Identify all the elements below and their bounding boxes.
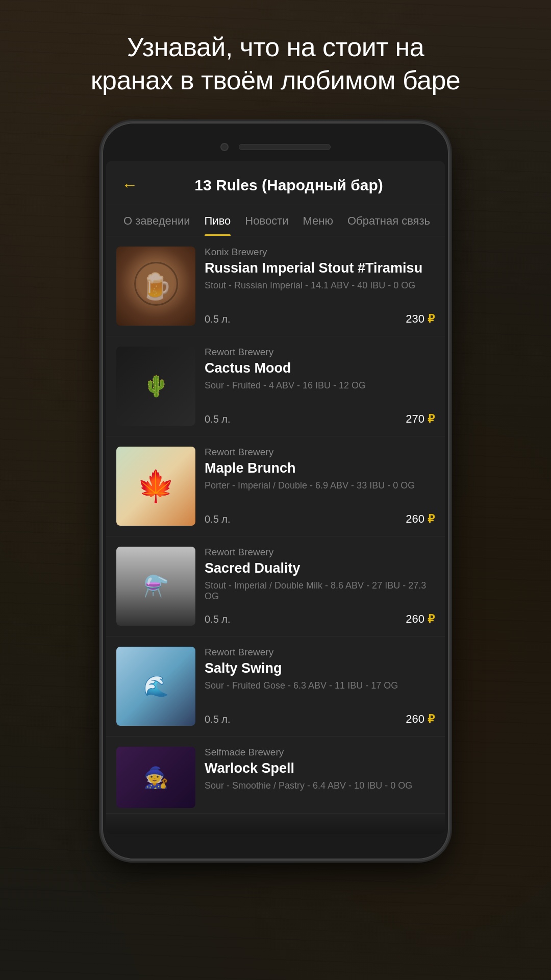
beer-image-salty (116, 647, 195, 726)
beer-brewery-0: Konix Brewery (205, 247, 435, 258)
tabs-bar: О заведении Пиво Новости Меню Обратная с… (106, 205, 445, 236)
beer-style-4: Sour - Fruited Gose - 6.3 ABV - 11 IBU -… (205, 680, 435, 691)
beer-info-warlock: Selfmade Brewery Warlock Spell Sour - Sm… (205, 747, 435, 808)
beer-name-4: Salty Swing (205, 660, 435, 676)
beer-name-5: Warlock Spell (205, 760, 435, 776)
header-line2: кранах в твоём любимом баре (91, 65, 461, 95)
tab-feedback[interactable]: Обратная связь (340, 205, 437, 236)
beer-style-5: Sour - Smoothie / Pastry - 6.4 ABV - 10 … (205, 780, 435, 791)
tab-about[interactable]: О заведении (116, 205, 197, 236)
beer-image-sacred (116, 547, 195, 626)
beer-footer-1: 0.5 л. 270 ₽ (205, 408, 435, 426)
beer-image-tiramisu (116, 247, 195, 326)
beer-image-maple (116, 447, 195, 526)
beer-footer-3: 0.5 л. 260 ₽ (205, 608, 435, 626)
beer-style-3: Stout - Imperial / Double Milk - 8.6 ABV… (205, 580, 435, 602)
phone-screen: ← 13 Rules (Народный бар) О заведении Пи… (106, 161, 445, 834)
beer-price-4: 260 ₽ (406, 713, 435, 726)
beer-item-salty[interactable]: Rewort Brewery Salty Swing Sour - Fruite… (106, 636, 445, 737)
beer-volume-2: 0.5 л. (205, 513, 231, 525)
beer-volume-1: 0.5 л. (205, 413, 231, 425)
beer-price-2: 260 ₽ (406, 512, 435, 526)
beer-name-1: Cactus Mood (205, 360, 435, 376)
beer-item-sacred[interactable]: Rewort Brewery Sacred Duality Stout - Im… (106, 536, 445, 636)
beer-image-cactus (116, 347, 195, 426)
beer-style-1: Sour - Fruited - 4 ABV - 16 IBU - 12 OG (205, 380, 435, 391)
beer-price-3: 260 ₽ (406, 612, 435, 626)
phone-camera (220, 143, 229, 151)
beer-image-warlock (116, 747, 195, 808)
beer-brewery-1: Rewort Brewery (205, 347, 435, 358)
beer-footer-0: 0.5 л. 230 ₽ (205, 308, 435, 326)
tab-beer[interactable]: Пиво (197, 205, 238, 236)
tab-news[interactable]: Новости (238, 205, 295, 236)
phone-speaker (239, 144, 331, 150)
beer-style-0: Stout - Russian Imperial - 14.1 ABV - 40… (205, 280, 435, 291)
beer-brewery-5: Selfmade Brewery (205, 747, 435, 758)
phone-top-bar (106, 143, 445, 151)
back-button[interactable]: ← (121, 176, 138, 194)
beer-style-2: Porter - Imperial / Double - 6.9 ABV - 3… (205, 480, 435, 491)
beer-info-maple: Rewort Brewery Maple Brunch Porter - Imp… (205, 447, 435, 526)
beer-volume-4: 0.5 л. (205, 714, 231, 725)
app-title: 13 Rules (Народный бар) (148, 177, 430, 194)
beer-price-0: 230 ₽ (406, 312, 435, 326)
phone-frame: ← 13 Rules (Народный бар) О заведении Пи… (102, 122, 449, 860)
beer-item-tiramisu[interactable]: Konix Brewery Russian Imperial Stout #Ti… (106, 236, 445, 336)
beer-name-2: Maple Brunch (205, 460, 435, 476)
tab-menu[interactable]: Меню (296, 205, 340, 236)
app-header: ← 13 Rules (Народный бар) (106, 161, 445, 205)
beer-info-cactus: Rewort Brewery Cactus Mood Sour - Fruite… (205, 347, 435, 426)
beer-price-1: 270 ₽ (406, 412, 435, 426)
beer-name-0: Russian Imperial Stout #Tiramisu (205, 260, 435, 276)
beer-item-warlock[interactable]: Selfmade Brewery Warlock Spell Sour - Sm… (106, 737, 445, 814)
beer-volume-0: 0.5 л. (205, 313, 231, 325)
beer-info-salty: Rewort Brewery Salty Swing Sour - Fruite… (205, 647, 435, 726)
beer-info-tiramisu: Konix Brewery Russian Imperial Stout #Ti… (205, 247, 435, 326)
beer-brewery-3: Rewort Brewery (205, 547, 435, 558)
beer-info-sacred: Rewort Brewery Sacred Duality Stout - Im… (205, 547, 435, 626)
beer-name-3: Sacred Duality (205, 560, 435, 576)
beer-volume-3: 0.5 л. (205, 614, 231, 625)
beer-brewery-4: Rewort Brewery (205, 647, 435, 658)
beer-item-cactus[interactable]: Rewort Brewery Cactus Mood Sour - Fruite… (106, 336, 445, 436)
beer-item-maple[interactable]: Rewort Brewery Maple Brunch Porter - Imp… (106, 436, 445, 536)
header-line1: Узнавай, что на стоит на (127, 32, 424, 62)
beer-footer-2: 0.5 л. 260 ₽ (205, 508, 435, 526)
beer-footer-4: 0.5 л. 260 ₽ (205, 708, 435, 726)
screen-fade (106, 814, 445, 834)
beer-list: Konix Brewery Russian Imperial Stout #Ti… (106, 236, 445, 814)
beer-brewery-2: Rewort Brewery (205, 447, 435, 458)
page-header: Узнавай, что на стоит на кранах в твоём … (0, 0, 551, 122)
